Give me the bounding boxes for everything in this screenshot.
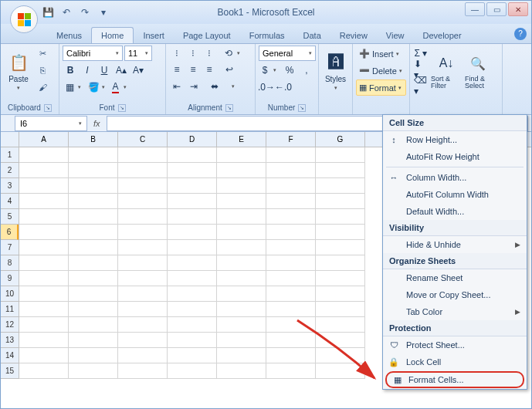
cell[interactable] xyxy=(316,163,365,178)
cell[interactable] xyxy=(69,317,118,333)
cell[interactable] xyxy=(266,255,316,271)
cell[interactable] xyxy=(217,255,266,271)
cell[interactable] xyxy=(69,363,118,379)
column-header[interactable]: D xyxy=(168,132,217,147)
cell[interactable] xyxy=(118,255,168,271)
cell[interactable] xyxy=(69,147,118,163)
menu-row-height[interactable]: ↕Row Height... xyxy=(383,131,527,148)
cell[interactable] xyxy=(69,225,118,240)
format-painter-icon[interactable]: 🖌 xyxy=(35,79,50,95)
find-select-button[interactable]: 🔍 Find & Select xyxy=(464,46,492,96)
cell[interactable] xyxy=(316,147,365,163)
paste-button[interactable]: 📋 Paste ▾ xyxy=(4,46,33,96)
cell[interactable] xyxy=(69,271,118,286)
shrink-font-button[interactable]: A▾ xyxy=(130,63,146,78)
cell[interactable] xyxy=(69,255,118,271)
alignment-launcher[interactable]: ↘ xyxy=(225,104,233,112)
cell[interactable] xyxy=(168,240,217,255)
format-cells-button[interactable]: ▦Format▾ xyxy=(356,79,406,96)
cell[interactable] xyxy=(69,302,118,317)
cell[interactable] xyxy=(168,302,217,317)
cell[interactable] xyxy=(118,147,168,163)
menu-autofit-column[interactable]: AutoFit Column Width xyxy=(383,186,527,203)
align-left[interactable]: ≡ xyxy=(169,62,185,77)
cell[interactable] xyxy=(316,286,365,302)
cell[interactable] xyxy=(69,348,118,363)
row-header[interactable]: 4 xyxy=(1,194,19,209)
delete-cells-button[interactable]: ➖Delete▾ xyxy=(356,63,406,79)
cell[interactable] xyxy=(69,178,118,194)
increase-indent-button[interactable]: ⇥ xyxy=(186,79,202,94)
cell[interactable] xyxy=(266,333,316,348)
fx-icon[interactable]: fx xyxy=(93,119,100,128)
bold-button[interactable]: B xyxy=(63,63,78,78)
name-box[interactable]: I6▾ xyxy=(15,116,87,131)
cell[interactable] xyxy=(266,240,316,255)
decrease-decimal-button[interactable]: ←.0 xyxy=(276,79,291,95)
cell[interactable] xyxy=(168,194,217,209)
cell[interactable] xyxy=(19,317,69,333)
menu-format-cells[interactable]: ▦Format Cells... xyxy=(385,371,524,388)
cell[interactable] xyxy=(19,302,69,317)
styles-button[interactable]: 🅰 Styles ▾ xyxy=(322,46,349,96)
cell[interactable] xyxy=(69,163,118,178)
cell[interactable] xyxy=(168,255,217,271)
cell[interactable] xyxy=(266,348,316,363)
row-header[interactable]: 8 xyxy=(1,255,19,271)
cell[interactable] xyxy=(266,317,316,333)
cell[interactable] xyxy=(118,194,168,209)
cell[interactable] xyxy=(217,333,266,348)
cell[interactable] xyxy=(266,286,316,302)
row-header[interactable]: 13 xyxy=(1,333,19,348)
cell[interactable] xyxy=(118,225,168,240)
cell[interactable] xyxy=(266,225,316,240)
font-color-button[interactable]: A▾ xyxy=(109,79,130,95)
cell[interactable] xyxy=(118,240,168,255)
cell[interactable] xyxy=(118,317,168,333)
tab-formulas[interactable]: Formulas xyxy=(240,28,294,43)
cell[interactable] xyxy=(168,209,217,225)
tab-data[interactable]: Data xyxy=(294,28,330,43)
row-header[interactable]: 12 xyxy=(1,317,19,333)
cell[interactable] xyxy=(19,178,69,194)
cell[interactable] xyxy=(118,302,168,317)
cell[interactable] xyxy=(118,348,168,363)
percent-format-button[interactable]: % xyxy=(282,63,297,78)
cell[interactable] xyxy=(19,348,69,363)
copy-icon[interactable]: ⎘ xyxy=(35,63,50,78)
cell[interactable] xyxy=(168,317,217,333)
font-launcher[interactable]: ↘ xyxy=(118,104,126,112)
align-top-left[interactable]: ⁝ xyxy=(169,46,185,61)
cell[interactable] xyxy=(69,333,118,348)
cell[interactable] xyxy=(217,271,266,286)
insert-cells-button[interactable]: ➕Insert▾ xyxy=(356,46,406,62)
column-header[interactable]: G xyxy=(316,132,365,147)
cell[interactable] xyxy=(19,147,69,163)
cell[interactable] xyxy=(118,209,168,225)
italic-button[interactable]: I xyxy=(80,63,95,78)
row-header[interactable]: 10 xyxy=(1,286,19,302)
cell[interactable] xyxy=(266,302,316,317)
select-all-corner[interactable] xyxy=(1,132,19,147)
column-header[interactable]: A xyxy=(19,132,69,147)
cell[interactable] xyxy=(69,194,118,209)
cell[interactable] xyxy=(316,194,365,209)
cell[interactable] xyxy=(266,363,316,379)
cell[interactable] xyxy=(118,163,168,178)
cell[interactable] xyxy=(168,333,217,348)
clipboard-launcher[interactable]: ↘ xyxy=(44,104,52,112)
office-button[interactable] xyxy=(10,5,38,33)
cell[interactable] xyxy=(266,194,316,209)
cell[interactable] xyxy=(217,147,266,163)
menu-protect-sheet[interactable]: 🛡Protect Sheet... xyxy=(383,336,527,353)
cell[interactable] xyxy=(19,255,69,271)
cell[interactable] xyxy=(217,363,266,379)
cell[interactable] xyxy=(316,240,365,255)
cell[interactable] xyxy=(316,225,365,240)
row-header[interactable]: 11 xyxy=(1,302,19,317)
row-header[interactable]: 7 xyxy=(1,240,19,255)
cell[interactable] xyxy=(316,317,365,333)
cell[interactable] xyxy=(217,225,266,240)
column-header[interactable]: B xyxy=(69,132,118,147)
accounting-format-button[interactable]: $▾ xyxy=(259,63,280,78)
